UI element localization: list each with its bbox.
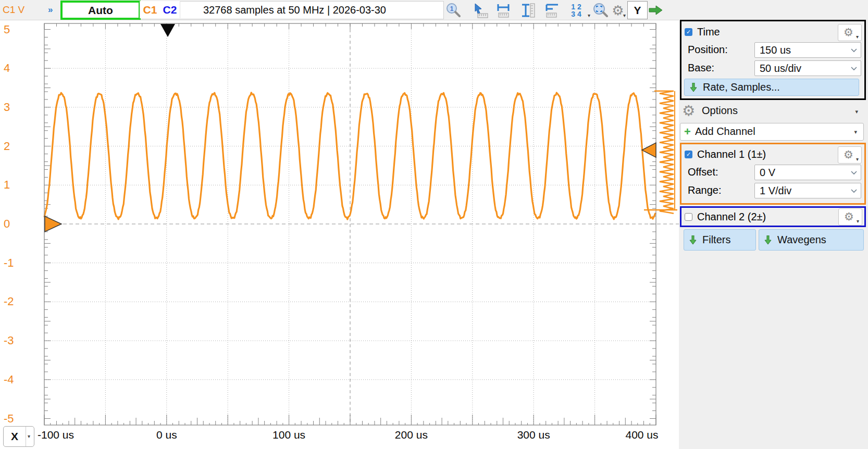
x-axis-label: 400 us xyxy=(613,429,671,441)
channel1-range-label: Range: xyxy=(688,184,722,196)
rate-samples-button[interactable]: Rate, Samples... xyxy=(684,79,859,96)
options-row[interactable]: ⚙ Options ▾ xyxy=(680,102,864,121)
channel2-enable-checkbox[interactable] xyxy=(685,213,692,221)
time-base-label: Base: xyxy=(688,62,714,74)
options-label: Options xyxy=(702,105,738,117)
x-axis-label: 300 us xyxy=(505,429,562,441)
time-settings-gear-icon[interactable]: ⚙▾ xyxy=(838,24,862,41)
control-panel: ✓ Time ⚙▾ Position: 150 us Base: 50 us/d… xyxy=(679,20,868,449)
y-axis-label: -4 xyxy=(4,373,24,386)
green-down-arrow-icon xyxy=(689,235,697,245)
channel1-offset-combo[interactable]: 0 V xyxy=(754,165,861,180)
x-axis-label: 0 us xyxy=(138,429,195,441)
time-section: ✓ Time ⚙▾ Position: 150 us Base: 50 us/d… xyxy=(680,20,866,100)
y-axis-label: 5 xyxy=(4,23,24,36)
y-axis-label: -3 xyxy=(4,334,24,347)
y-axis-label: 1 xyxy=(4,178,24,192)
time-position-value: 150 us xyxy=(760,44,791,56)
channel1-range-value: 1 V/div xyxy=(760,185,791,197)
y-axis-label: -2 xyxy=(4,295,24,308)
time-position-label: Position: xyxy=(688,44,728,56)
add-channel-dropdown-icon[interactable]: ▾ xyxy=(854,129,857,135)
x-axis-dropdown-icon[interactable]: ▾ xyxy=(28,433,30,439)
filters-button[interactable]: Filters xyxy=(684,229,756,251)
channel1-settings-gear-icon[interactable]: ⚙▾ xyxy=(838,146,862,164)
green-down-arrow-icon xyxy=(764,235,772,245)
y-axis-label: 2 xyxy=(4,140,24,153)
x-axis-label: 200 us xyxy=(382,429,440,441)
x-axis-label: -100 us xyxy=(27,429,84,441)
channel1-offset-label: Offset: xyxy=(688,166,718,178)
time-base-combo[interactable]: 50 us/div xyxy=(754,60,861,76)
add-channel-label: Add Channel xyxy=(695,126,755,138)
y-axis-label: 4 xyxy=(4,61,24,75)
time-base-value: 50 us/div xyxy=(760,63,801,74)
wavegens-label: Wavegens xyxy=(777,234,826,246)
add-channel-combo[interactable]: + Add Channel ▾ xyxy=(680,123,864,141)
plus-icon: + xyxy=(684,125,691,139)
waveforms-scope-window: C1 V » Auto C1 C2 32768 samples at 50 MH… xyxy=(0,0,868,449)
channel1-offset-value: 0 V xyxy=(760,167,775,179)
channel1-section: ✓ Channel 1 (1±) ⚙▾ Offset: 0 V Range: 1… xyxy=(680,143,866,205)
overview-zigzag xyxy=(654,91,674,214)
channel2-section: Channel 2 (2±) ⚙▾ xyxy=(680,206,866,227)
y-axis-label: 3 xyxy=(4,101,24,114)
channel1-range-combo[interactable]: 1 V/div xyxy=(754,183,861,198)
time-position-combo[interactable]: 150 us xyxy=(754,42,861,58)
x-axis-label: 100 us xyxy=(261,429,318,441)
y-axis-label: 0 xyxy=(4,217,24,231)
options-dropdown-icon[interactable]: ▾ xyxy=(855,108,858,115)
y-axis-label: -5 xyxy=(4,412,24,426)
channel2-settings-gear-icon[interactable]: ⚙▾ xyxy=(838,208,862,226)
channel1-enable-checkbox[interactable]: ✓ xyxy=(685,151,692,158)
options-gear-icon: ⚙ xyxy=(682,104,695,118)
green-down-arrow-icon xyxy=(690,83,697,92)
x-axis-button[interactable]: X ▾ xyxy=(3,426,34,447)
rate-samples-label: Rate, Samples... xyxy=(703,81,780,93)
channel2-section-title: Channel 2 (2±) xyxy=(697,211,766,223)
wavegens-button[interactable]: Wavegens xyxy=(759,229,864,251)
time-section-title: Time xyxy=(697,26,720,38)
x-axis-button-label: X xyxy=(4,427,26,446)
filters-label: Filters xyxy=(702,234,730,246)
channel1-section-title: Channel 1 (1±) xyxy=(697,148,766,160)
time-enable-checkbox[interactable]: ✓ xyxy=(685,28,692,36)
y-axis-label: -1 xyxy=(4,256,24,270)
